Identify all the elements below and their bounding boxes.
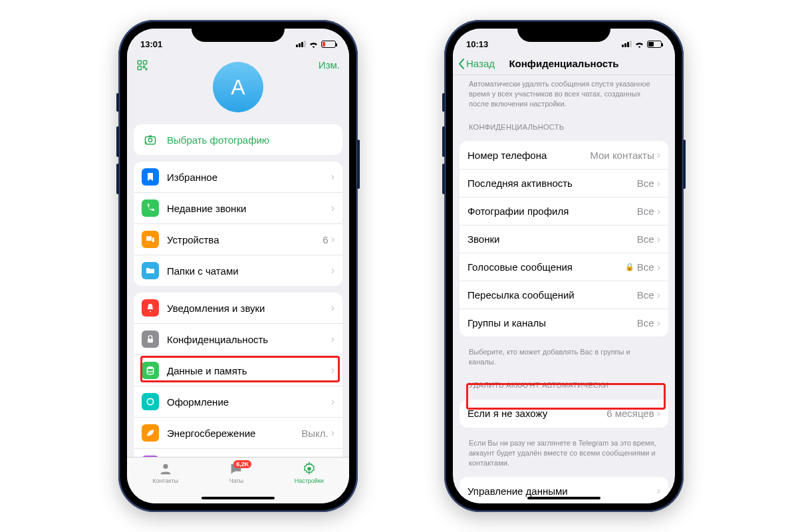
- row-label: Недавние звонки: [167, 203, 329, 214]
- row-value: Выкл.: [301, 428, 328, 439]
- row-value: Все: [637, 205, 654, 217]
- settings-row-recent[interactable]: Недавние звонки›: [134, 192, 342, 223]
- tab-chats-label: Чаты: [229, 477, 243, 484]
- chats-badge: 6,2K: [233, 460, 251, 468]
- chevron-right-icon: ›: [657, 408, 660, 420]
- wifi-icon: [309, 41, 319, 48]
- row-label: Избранное: [167, 172, 329, 183]
- row-value: Все: [637, 289, 654, 301]
- settings-row-privacy[interactable]: Конфиденциальность›: [134, 323, 342, 354]
- lock-icon: [142, 331, 159, 348]
- settings-row-favorites[interactable]: Избранное›: [134, 162, 342, 192]
- chevron-right-icon: ›: [331, 333, 334, 345]
- chevron-right-icon: ›: [331, 202, 334, 214]
- row-value: Все: [637, 317, 654, 329]
- settings-icon: [302, 462, 317, 476]
- row-label: Энергосбережение: [167, 428, 301, 439]
- row-label: Группы и каналы: [467, 317, 637, 329]
- choose-photo-row[interactable]: Выбрать фотографию: [134, 124, 342, 155]
- battery-icon: [647, 41, 662, 48]
- settings-row-lang[interactable]: ЯзыкРусский›: [134, 448, 342, 457]
- settings-row-lastseen[interactable]: Последняя активностьВсе›: [460, 169, 668, 197]
- settings-header: Изм. A: [127, 55, 349, 118]
- bell-icon: [142, 299, 159, 317]
- tab-chats[interactable]: 6,2K Чаты: [229, 462, 243, 484]
- settings-content: Выбрать фотографию Избранное›Недавние зв…: [127, 118, 349, 457]
- svg-point-11: [163, 464, 168, 469]
- svg-rect-7: [148, 338, 153, 342]
- chevron-right-icon: ›: [657, 233, 660, 245]
- db-icon: [142, 362, 159, 379]
- camera-icon: [142, 131, 159, 148]
- folder-icon: [142, 262, 159, 279]
- circle-icon: [142, 393, 159, 410]
- chevron-right-icon: ›: [657, 178, 660, 190]
- inactive-footer: Если Вы ни разу не заглянете в Telegram …: [460, 434, 668, 471]
- qrcode-icon[interactable]: [136, 59, 148, 71]
- settings-row-groups[interactable]: Группы и каналыВсе›: [460, 309, 668, 336]
- settings-row-voice[interactable]: Голосовые сообщения🔒Все›: [460, 253, 668, 281]
- row-label: Оформление: [167, 396, 329, 408]
- page-title: Конфиденциальность: [509, 58, 618, 69]
- contacts-icon: [158, 462, 173, 476]
- settings-row-notif[interactable]: Уведомления и звуки›: [134, 293, 342, 323]
- section-header-privacy: КОНФИДЕНЦИАЛЬНОСТЬ: [460, 118, 668, 135]
- settings-row-phone[interactable]: Номер телефонаМои контакты›: [460, 141, 668, 169]
- chevron-right-icon: ›: [331, 302, 334, 314]
- chevron-right-icon: ›: [331, 364, 334, 376]
- phone-icon: [142, 200, 159, 217]
- inactive-row[interactable]: Если я не захожу 6 месяцев ›: [460, 400, 668, 428]
- edit-button[interactable]: Изм.: [319, 59, 340, 70]
- chevron-right-icon: ›: [331, 427, 334, 439]
- row-label: Номер телефона: [467, 150, 590, 161]
- row-label: Пересылка сообщений: [467, 289, 637, 301]
- status-time: 13:01: [140, 39, 162, 49]
- settings-row-data[interactable]: Данные и память›: [134, 354, 342, 386]
- notch: [517, 22, 610, 42]
- battery-icon: [321, 41, 336, 48]
- leaf-icon: [142, 424, 159, 442]
- chevron-right-icon: ›: [331, 171, 334, 183]
- chevron-right-icon: ›: [657, 317, 660, 329]
- back-button[interactable]: Назад: [458, 58, 495, 69]
- row-label: Голосовые сообщения: [467, 261, 625, 273]
- tab-contacts-label: Контакты: [152, 477, 178, 484]
- choose-photo-label: Выбрать фотографию: [167, 134, 334, 146]
- chevron-right-icon: ›: [331, 396, 334, 408]
- tab-settings[interactable]: Настройки: [295, 462, 324, 484]
- manage-data-row[interactable]: Управление данными ›: [460, 477, 668, 503]
- row-label: Данные и память: [167, 365, 329, 376]
- chevron-right-icon: ›: [657, 485, 660, 497]
- notch: [192, 22, 285, 42]
- devices-icon: [142, 231, 159, 248]
- nav-bar: Назад Конфиденциальность: [453, 55, 675, 75]
- svg-point-8: [147, 366, 153, 369]
- avatar[interactable]: A: [213, 62, 263, 112]
- chevron-right-icon: ›: [657, 205, 660, 217]
- chevron-right-icon: ›: [657, 289, 660, 301]
- svg-rect-0: [138, 61, 141, 64]
- svg-point-12: [307, 467, 311, 471]
- signal-icon: [296, 41, 306, 47]
- settings-row-folders[interactable]: Папки с чатами›: [134, 255, 342, 286]
- settings-row-power[interactable]: ЭнергосбережениеВыкл.›: [134, 417, 342, 448]
- section-header-delete: УДАЛИТЬ АККАУНТ АВТОМАТИЧЕСКИ: [460, 376, 668, 393]
- tab-settings-label: Настройки: [295, 477, 324, 484]
- settings-row-devices[interactable]: Устройства6›: [134, 223, 342, 255]
- tab-contacts[interactable]: Контакты: [152, 462, 178, 484]
- auto-delete-note: Автоматически удалять сообщения спустя у…: [460, 75, 668, 112]
- inactive-value: 6 месяцев: [606, 408, 654, 419]
- settings-row-theme[interactable]: Оформление›: [134, 386, 342, 417]
- settings-row-calls[interactable]: ЗвонкиВсе›: [460, 225, 668, 253]
- settings-row-photos[interactable]: Фотографии профиляВсе›: [460, 197, 668, 225]
- svg-point-4: [148, 138, 152, 142]
- privacy-footer: Выберите, кто может добавлять Вас в груп…: [460, 343, 668, 370]
- row-value: 🔒Все: [625, 261, 654, 273]
- manage-data-label: Управление данными: [467, 485, 657, 497]
- row-value: Мои контакты: [590, 150, 654, 161]
- globe-icon: [142, 456, 159, 457]
- settings-row-forward[interactable]: Пересылка сообщенийВсе›: [460, 281, 668, 309]
- chevron-right-icon: ›: [657, 261, 660, 273]
- chevron-right-icon: ›: [331, 265, 334, 277]
- row-value: Все: [637, 178, 654, 189]
